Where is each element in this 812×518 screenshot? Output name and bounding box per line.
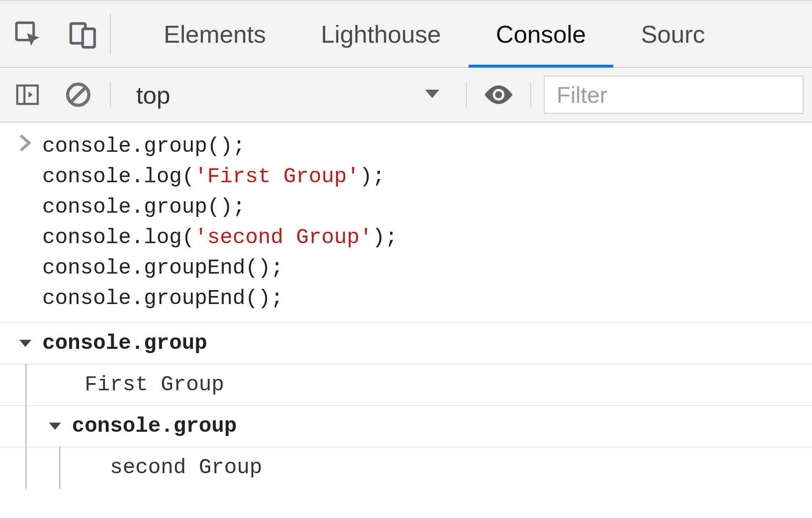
console-toolbar: top bbox=[0, 68, 812, 123]
devtools-tabs: Elements Lighthouse Console Sourc bbox=[111, 1, 812, 67]
group-guide-line bbox=[25, 447, 27, 489]
group-guide-line bbox=[59, 447, 60, 489]
inspect-element-icon[interactable] bbox=[0, 1, 55, 67]
console-group-header[interactable]: console.group bbox=[0, 406, 812, 447]
devtools-tabstrip: Elements Lighthouse Console Sourc bbox=[0, 0, 812, 68]
tab-label: Lighthouse bbox=[321, 20, 441, 48]
context-selector[interactable]: top bbox=[123, 81, 453, 109]
tab-sources[interactable]: Sourc bbox=[613, 1, 732, 67]
tab-lighthouse[interactable]: Lighthouse bbox=[294, 1, 469, 67]
filter-input[interactable] bbox=[557, 82, 791, 108]
svg-rect-2 bbox=[82, 29, 94, 47]
group-title: console.group bbox=[72, 411, 237, 441]
console-log-row[interactable]: second Group bbox=[0, 447, 812, 488]
tab-label: Sourc bbox=[641, 20, 705, 48]
svg-rect-3 bbox=[17, 85, 38, 104]
group-title: console.group bbox=[42, 328, 207, 359]
svg-point-7 bbox=[495, 91, 502, 99]
console-group-header[interactable]: console.group bbox=[0, 323, 812, 365]
caret-down-icon bbox=[38, 421, 72, 432]
tab-elements[interactable]: Elements bbox=[136, 1, 294, 67]
filter-box[interactable] bbox=[544, 76, 804, 114]
console-input-code: console.group(); console.log('First Grou… bbox=[42, 131, 398, 314]
console-input-entry[interactable]: console.group(); console.log('First Grou… bbox=[0, 123, 812, 323]
tab-label: Elements bbox=[164, 20, 266, 48]
tab-label: Console bbox=[496, 20, 586, 48]
clear-console-icon[interactable] bbox=[59, 82, 97, 107]
chevron-down-icon bbox=[424, 88, 441, 102]
device-toggle-icon[interactable] bbox=[55, 1, 110, 67]
caret-down-icon bbox=[8, 338, 42, 349]
toolbar-separator bbox=[110, 82, 111, 107]
console-body: console.group(); console.log('First Grou… bbox=[0, 123, 812, 488]
prompt-chevron-icon bbox=[8, 131, 42, 151]
live-expression-icon[interactable] bbox=[480, 84, 518, 105]
log-text: First Group bbox=[8, 370, 224, 400]
context-label: top bbox=[136, 81, 170, 109]
svg-line-6 bbox=[71, 88, 86, 102]
toggle-sidebar-icon[interactable] bbox=[8, 82, 47, 107]
log-text: second Group bbox=[8, 452, 262, 483]
group-guide-line bbox=[25, 405, 27, 447]
console-log-row[interactable]: First Group bbox=[0, 365, 812, 406]
toolbar-separator bbox=[530, 82, 531, 107]
toolbar-separator bbox=[466, 82, 467, 107]
tab-console[interactable]: Console bbox=[469, 1, 614, 67]
group-guide-line bbox=[25, 364, 27, 406]
